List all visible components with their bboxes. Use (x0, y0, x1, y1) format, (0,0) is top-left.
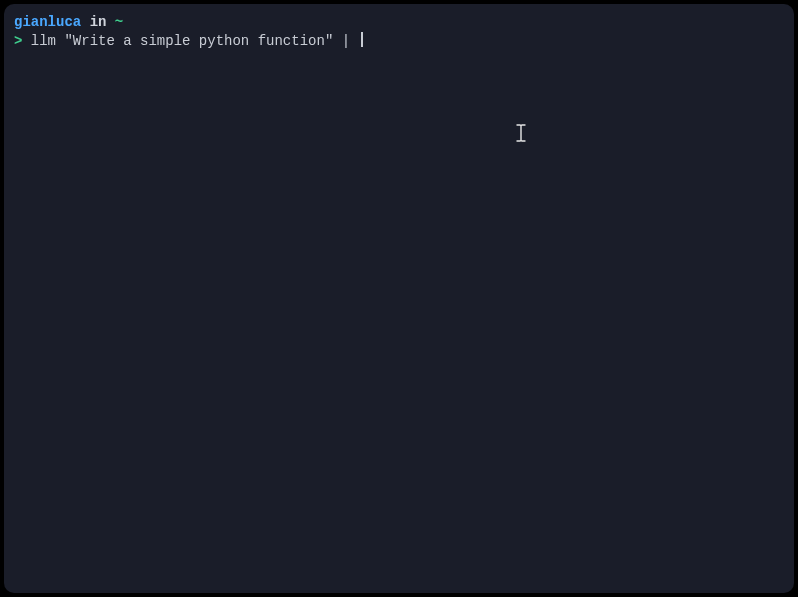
prompt-path: ~ (115, 14, 123, 30)
prompt-in: in (90, 14, 107, 30)
terminal-window[interactable]: gianluca in ~ > llm "Write a simple pyth… (4, 4, 794, 593)
prompt-line-1: gianluca in ~ (14, 14, 784, 32)
command-line[interactable]: > llm "Write a simple python function" | (14, 32, 784, 51)
prompt-user: gianluca (14, 14, 81, 30)
command-program: llm (31, 33, 56, 49)
pipe-symbol: | (342, 33, 350, 49)
text-cursor (361, 32, 363, 47)
command-argument: "Write a simple python function" (64, 33, 333, 49)
prompt-symbol: > (14, 33, 22, 49)
